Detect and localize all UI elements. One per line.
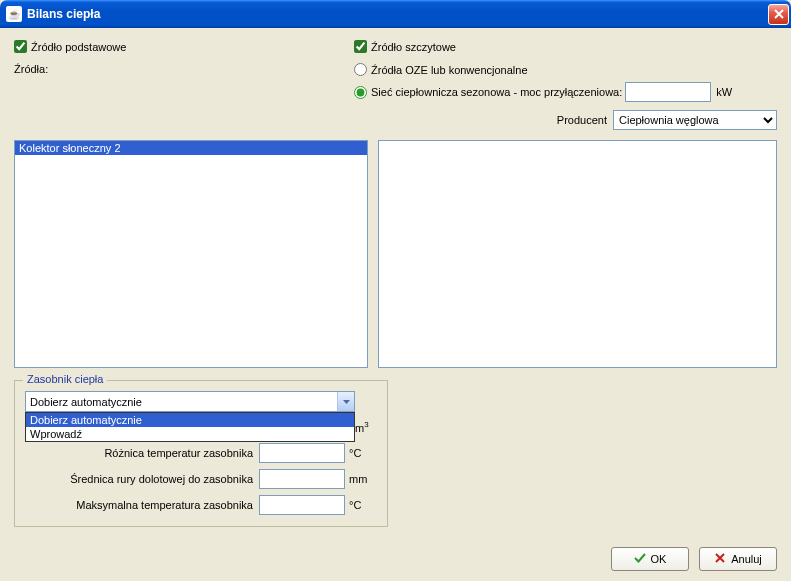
ok-button[interactable]: OK [611,547,689,571]
right-source-listbox[interactable] [378,140,777,368]
sources-label: Źródła: [14,63,354,75]
siec-radio-label: Sieć ciepłownicza sezonowa - moc przyłąc… [371,86,622,98]
heat-tank-legend: Zasobnik ciepła [23,373,107,385]
inlet-pipe-diameter-input[interactable] [259,469,345,489]
primary-source-label: Źródło podstawowe [31,41,126,53]
check-icon [634,552,646,566]
producer-label: Producent [557,114,607,126]
dropdown-item-manual[interactable]: Wprowadź [26,427,354,441]
siec-radio[interactable] [354,86,367,99]
peak-source-label: Źródło szczytowe [371,41,456,53]
max-tank-temp-label: Maksymalna temperatura zasobnika [76,499,253,511]
cancel-label: Anuluj [731,553,762,565]
close-icon [774,9,784,19]
oze-radio[interactable] [354,63,367,76]
heat-tank-fieldset: Zasobnik ciepła Dobierz automatycznie Do… [14,380,388,527]
tank-temp-diff-unit: °C [349,447,377,459]
java-icon: ☕ [6,6,22,22]
inlet-pipe-diameter-label: Średnica rury dolotowej do zasobnika [70,473,253,485]
title-bar: ☕ Bilans ciepła [0,0,791,28]
oze-radio-label: Źródła OZE lub konwencjonalne [371,64,528,76]
cancel-button[interactable]: Anuluj [699,547,777,571]
close-button[interactable] [768,4,789,25]
list-item[interactable]: Kolektor słoneczny 2 [15,141,367,155]
producer-select[interactable]: Ciepłownia węglowa [613,110,777,130]
max-tank-temp-input[interactable] [259,495,345,515]
tank-temp-diff-label: Różnica temperatur zasobnika [104,447,253,459]
tank-mode-select[interactable]: Dobierz automatycznie [25,391,355,412]
window-title: Bilans ciepła [27,7,768,21]
inlet-pipe-diameter-unit: mm [349,473,377,485]
ok-label: OK [651,553,667,565]
chevron-down-icon [337,392,354,411]
connection-power-unit: kW [716,86,732,98]
tank-temp-diff-input[interactable] [259,443,345,463]
dialog-footer: OK Anuluj [611,547,777,571]
peak-source-checkbox[interactable] [354,40,367,53]
primary-source-checkbox[interactable] [14,40,27,53]
dropdown-item-auto[interactable]: Dobierz automatycznie [26,413,354,427]
left-source-listbox[interactable]: Kolektor słoneczny 2 [14,140,368,368]
tank-mode-value: Dobierz automatycznie [30,396,337,408]
cancel-icon [714,552,726,566]
tank-mode-dropdown[interactable]: Dobierz automatycznie Wprowadź [25,412,355,442]
max-tank-temp-unit: °C [349,499,377,511]
connection-power-input[interactable] [625,82,711,102]
